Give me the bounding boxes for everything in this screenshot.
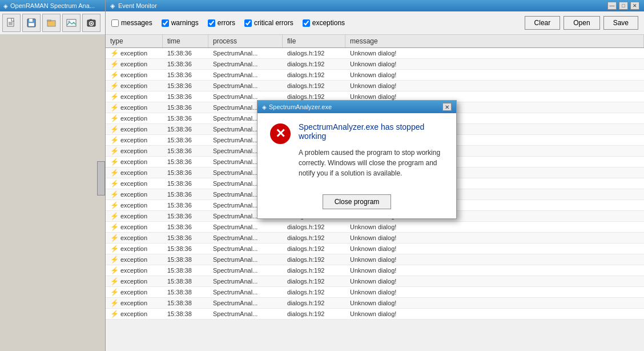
cell-time: 15:38:36	[163, 103, 208, 112]
cell-type: ⚡ exception	[106, 211, 163, 221]
left-toolbar	[0, 11, 105, 35]
modal-title-group: ◈ SpectrumAnalyzer.exe	[262, 103, 332, 110]
table-row[interactable]: ⚡ exception 15:38:36 SpectrumAnal... dia…	[106, 81, 644, 91]
table-row[interactable]: ⚡ exception 15:38:36 SpectrumAnal... dia…	[106, 48, 644, 59]
cell-process: SpectrumAnal...	[208, 70, 283, 79]
left-scrollbar[interactable]	[97, 161, 105, 196]
cell-type: ⚡ exception	[106, 157, 163, 167]
toolbar-capture-button[interactable]	[82, 14, 100, 32]
exception-icon: ⚡	[110, 245, 119, 253]
exception-icon: ⚡	[110, 190, 119, 198]
open-button[interactable]: Open	[564, 16, 599, 30]
cell-time: 15:38:36	[163, 179, 208, 188]
exception-icon: ⚡	[110, 93, 119, 101]
filter-messages[interactable]: messages	[111, 19, 152, 27]
header-time: time	[163, 35, 208, 47]
cell-process: SpectrumAnal...	[208, 59, 283, 69]
cell-type: ⚡ exception	[106, 254, 163, 265]
cell-process: SpectrumAnal...	[208, 49, 283, 58]
save-button[interactable]: Save	[603, 16, 638, 30]
table-row[interactable]: ⚡ exception 15:38:38 SpectrumAnal... dia…	[106, 276, 644, 287]
messages-label: messages	[121, 19, 152, 27]
exception-icon: ⚡	[110, 288, 119, 296]
save-icon	[26, 18, 37, 28]
titlebar-left: ◈ Event Monitor	[110, 2, 157, 10]
exception-icon: ⚡	[110, 60, 119, 68]
type-text: exception	[120, 300, 147, 306]
toolbar-open-button[interactable]	[42, 14, 61, 32]
type-text: exception	[120, 289, 147, 296]
cell-type: ⚡ exception	[106, 48, 163, 58]
table-row[interactable]: ⚡ exception 15:38:38 SpectrumAnal... dia…	[106, 298, 644, 309]
event-monitor-titlebar: ◈ Event Monitor — □ ✕	[106, 0, 644, 11]
cell-time: 15:38:36	[163, 59, 208, 69]
type-text: exception	[120, 224, 147, 230]
type-text: exception	[120, 50, 147, 57]
exception-icon: ⚡	[110, 125, 119, 133]
cell-type: ⚡ exception	[106, 124, 163, 134]
cell-type: ⚡ exception	[106, 287, 163, 297]
cell-type: ⚡ exception	[106, 135, 163, 145]
type-text: exception	[120, 137, 147, 143]
toolbar-image-button[interactable]	[62, 14, 80, 32]
warnings-checkbox[interactable]	[162, 19, 169, 27]
cell-time: 15:38:36	[163, 135, 208, 145]
type-text: exception	[120, 234, 147, 241]
messages-checkbox[interactable]	[111, 19, 119, 27]
filter-exceptions[interactable]: exceptions	[303, 19, 345, 27]
table-row[interactable]: ⚡ exception 15:38:38 SpectrumAnal... dia…	[106, 309, 644, 320]
cell-type: ⚡ exception	[106, 91, 163, 102]
exception-icon: ⚡	[110, 136, 119, 144]
cell-type: ⚡ exception	[106, 276, 163, 286]
exception-icon: ⚡	[110, 158, 119, 166]
event-monitor-icon: ◈	[110, 2, 115, 10]
clear-button[interactable]: Clear	[525, 16, 561, 30]
exception-icon: ⚡	[110, 266, 119, 274]
filter-critical-errors[interactable]: critical errors	[244, 19, 293, 27]
cell-type: ⚡ exception	[106, 146, 163, 156]
exceptions-checkbox[interactable]	[303, 19, 310, 27]
table-row[interactable]: ⚡ exception 15:38:36 SpectrumAnal... dia…	[106, 244, 644, 254]
toolbar-new-button[interactable]	[2, 14, 21, 32]
table-row[interactable]: ⚡ exception 15:38:36 SpectrumAnal... dia…	[106, 233, 644, 244]
cell-message: Unknown dialog!	[345, 49, 644, 58]
cell-time: 15:38:38	[163, 288, 208, 297]
cell-time: 15:38:36	[163, 201, 208, 210]
filter-warnings[interactable]: warnings	[162, 19, 199, 27]
svg-rect-6	[29, 23, 34, 26]
toolbar-save-button[interactable]	[22, 14, 41, 32]
cell-type: ⚡ exception	[106, 167, 163, 178]
exception-icon: ⚡	[110, 234, 119, 242]
crash-dialog: ◈ SpectrumAnalyzer.exe ✕ ✕ SpectrumAnaly…	[257, 100, 457, 219]
left-title-icon: ◈	[3, 3, 8, 9]
cell-time: 15:38:38	[163, 298, 208, 308]
table-row[interactable]: ⚡ exception 15:38:36 SpectrumAnal... dia…	[106, 70, 644, 81]
table-row[interactable]: ⚡ exception 15:38:36 SpectrumAnal... dia…	[106, 222, 644, 233]
minimize-button[interactable]: —	[607, 2, 617, 10]
cell-message: Unknown dialog!	[345, 255, 644, 264]
cell-message: Unknown dialog!	[345, 298, 644, 308]
maximize-button[interactable]: □	[619, 2, 628, 10]
filter-errors[interactable]: errors	[208, 19, 235, 27]
table-row[interactable]: ⚡ exception 15:38:36 SpectrumAnal... dia…	[106, 59, 644, 70]
table-row[interactable]: ⚡ exception 15:38:38 SpectrumAnal... dia…	[106, 254, 644, 265]
table-header: type time process file message	[106, 35, 644, 48]
close-program-button[interactable]: Close program	[323, 194, 392, 209]
cell-process: SpectrumAnal...	[208, 266, 283, 275]
cell-message: Unknown dialog!	[345, 244, 644, 253]
cell-type: ⚡ exception	[106, 102, 163, 113]
cell-message: Unknown dialog!	[345, 81, 644, 90]
event-monitor-title: Event Monitor	[118, 2, 157, 9]
cell-time: 15:38:36	[163, 81, 208, 90]
type-text: exception	[120, 267, 147, 274]
exception-icon: ⚡	[110, 201, 119, 209]
table-row[interactable]: ⚡ exception 15:38:38 SpectrumAnal... dia…	[106, 265, 644, 276]
modal-close-button[interactable]: ✕	[442, 103, 452, 111]
table-row[interactable]: ⚡ exception 15:38:38 SpectrumAnal... dia…	[106, 287, 644, 298]
errors-checkbox[interactable]	[208, 19, 215, 27]
close-button[interactable]: ✕	[630, 2, 639, 10]
image-icon	[66, 18, 77, 28]
modal-title-text: SpectrumAnalyzer.exe	[269, 103, 332, 110]
titlebar-controls: — □ ✕	[607, 2, 639, 10]
critical-errors-checkbox[interactable]	[244, 19, 252, 27]
